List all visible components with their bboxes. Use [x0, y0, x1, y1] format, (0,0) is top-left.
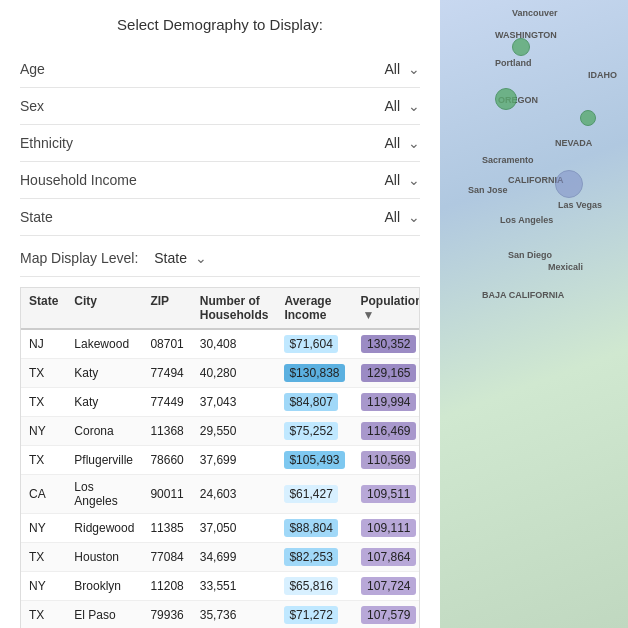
map-dot: [555, 170, 583, 198]
cell-state: TX: [21, 388, 66, 417]
table-row[interactable]: TX Houston 77084 34,699 $82,253 107,864: [21, 543, 420, 572]
filter-row-state[interactable]: State All ⌄: [20, 199, 420, 236]
cell-population: 119,994: [353, 388, 421, 417]
cell-population: 107,579: [353, 601, 421, 629]
cell-income: $82,253: [276, 543, 352, 572]
cell-population: 109,511: [353, 475, 421, 514]
cell-zip: 11368: [142, 417, 191, 446]
filter-value-wrap-4[interactable]: All ⌄: [384, 209, 420, 225]
cell-zip: 11385: [142, 514, 191, 543]
cell-state: TX: [21, 446, 66, 475]
sort-arrow-icon: ▼: [363, 308, 375, 322]
cell-income: $88,804: [276, 514, 352, 543]
cell-population: 109,111: [353, 514, 421, 543]
cell-population: 110,569: [353, 446, 421, 475]
filter-value-wrap-2[interactable]: All ⌄: [384, 135, 420, 151]
filter-value-wrap-3[interactable]: All ⌄: [384, 172, 420, 188]
col-state: State: [21, 288, 66, 329]
map-display-label: Map Display Level:: [20, 250, 138, 266]
cell-state: NJ: [21, 329, 66, 359]
table-row[interactable]: NY Corona 11368 29,550 $75,252 116,469: [21, 417, 420, 446]
filter-value-2: All: [384, 135, 400, 151]
cell-city: Brooklyn: [66, 572, 142, 601]
map-label: IDAHO: [588, 70, 617, 80]
filter-row-household-income[interactable]: Household Income All ⌄: [20, 162, 420, 199]
cell-income: $71,604: [276, 329, 352, 359]
cell-state: NY: [21, 572, 66, 601]
cell-households: 37,050: [192, 514, 277, 543]
map-dot: [512, 38, 530, 56]
cell-city: Corona: [66, 417, 142, 446]
cell-population: 129,165: [353, 359, 421, 388]
map-display-value: State: [154, 250, 187, 266]
map-background: VancouverWASHINGTONPortlandOREGONIDAHONE…: [440, 0, 628, 628]
filter-label-3: Household Income: [20, 172, 137, 188]
cell-city: Katy: [66, 388, 142, 417]
data-table: State City ZIP Number ofHouseholds Avera…: [21, 288, 420, 628]
map-label: Portland: [495, 58, 532, 68]
col-population[interactable]: Population ▼: [353, 288, 421, 329]
map-label: NEVADA: [555, 138, 592, 148]
filter-value-3: All: [384, 172, 400, 188]
table-row[interactable]: TX Katy 77494 40,280 $130,838 129,165: [21, 359, 420, 388]
filter-value-wrap-0[interactable]: All ⌄: [384, 61, 420, 77]
cell-income: $61,427: [276, 475, 352, 514]
cell-zip: 77494: [142, 359, 191, 388]
filters-container: Age All ⌄ Sex All ⌄ Ethnicity All ⌄ Hous…: [20, 51, 420, 236]
filter-row-sex[interactable]: Sex All ⌄: [20, 88, 420, 125]
cell-zip: 78660: [142, 446, 191, 475]
cell-zip: 90011: [142, 475, 191, 514]
map-display-row: Map Display Level: State ⌄: [20, 236, 420, 277]
chevron-down-icon: ⌄: [408, 135, 420, 151]
col-income: AverageIncome: [276, 288, 352, 329]
cell-state: CA: [21, 475, 66, 514]
cell-population: 130,352: [353, 329, 421, 359]
cell-state: TX: [21, 601, 66, 629]
table-row[interactable]: NY Brooklyn 11208 33,551 $65,816 107,724: [21, 572, 420, 601]
cell-population: 107,724: [353, 572, 421, 601]
data-table-wrapper: State City ZIP Number ofHouseholds Avera…: [20, 287, 420, 628]
cell-households: 40,280: [192, 359, 277, 388]
map-dot: [580, 110, 596, 126]
table-row[interactable]: TX Katy 77449 37,043 $84,807 119,994: [21, 388, 420, 417]
filter-value-wrap-1[interactable]: All ⌄: [384, 98, 420, 114]
cell-city: Lakewood: [66, 329, 142, 359]
cell-income: $65,816: [276, 572, 352, 601]
page-title: Select Demography to Display:: [20, 16, 420, 33]
table-row[interactable]: TX El Paso 79936 35,736 $71,272 107,579: [21, 601, 420, 629]
table-header-row: State City ZIP Number ofHouseholds Avera…: [21, 288, 420, 329]
table-row[interactable]: NJ Lakewood 08701 30,408 $71,604 130,352: [21, 329, 420, 359]
cell-households: 35,736: [192, 601, 277, 629]
cell-state: NY: [21, 417, 66, 446]
filter-row-age[interactable]: Age All ⌄: [20, 51, 420, 88]
cell-income: $105,493: [276, 446, 352, 475]
chevron-down-icon: ⌄: [195, 250, 207, 266]
filter-value-0: All: [384, 61, 400, 77]
table-row[interactable]: NY Ridgewood 11385 37,050 $88,804 109,11…: [21, 514, 420, 543]
cell-state: NY: [21, 514, 66, 543]
cell-households: 30,408: [192, 329, 277, 359]
cell-income: $71,272: [276, 601, 352, 629]
chevron-down-icon: ⌄: [408, 172, 420, 188]
table-row[interactable]: CA Los Angeles 90011 24,603 $61,427 109,…: [21, 475, 420, 514]
filter-row-ethnicity[interactable]: Ethnicity All ⌄: [20, 125, 420, 162]
cell-households: 37,043: [192, 388, 277, 417]
col-city: City: [66, 288, 142, 329]
map-display-value-wrap[interactable]: State ⌄: [154, 250, 420, 266]
cell-income: $130,838: [276, 359, 352, 388]
cell-state: TX: [21, 543, 66, 572]
cell-city: El Paso: [66, 601, 142, 629]
map-label: Los Angeles: [500, 215, 553, 225]
map-label: San Jose: [468, 185, 508, 195]
filter-label-2: Ethnicity: [20, 135, 73, 151]
map-label: Las Vegas: [558, 200, 602, 210]
cell-city: Ridgewood: [66, 514, 142, 543]
cell-households: 33,551: [192, 572, 277, 601]
cell-city: Los Angeles: [66, 475, 142, 514]
col-zip: ZIP: [142, 288, 191, 329]
cell-income: $75,252: [276, 417, 352, 446]
cell-population: 107,864: [353, 543, 421, 572]
table-row[interactable]: TX Pflugerville 78660 37,699 $105,493 11…: [21, 446, 420, 475]
right-panel: VancouverWASHINGTONPortlandOREGONIDAHONE…: [440, 0, 628, 628]
map-label: Mexicali: [548, 262, 583, 272]
